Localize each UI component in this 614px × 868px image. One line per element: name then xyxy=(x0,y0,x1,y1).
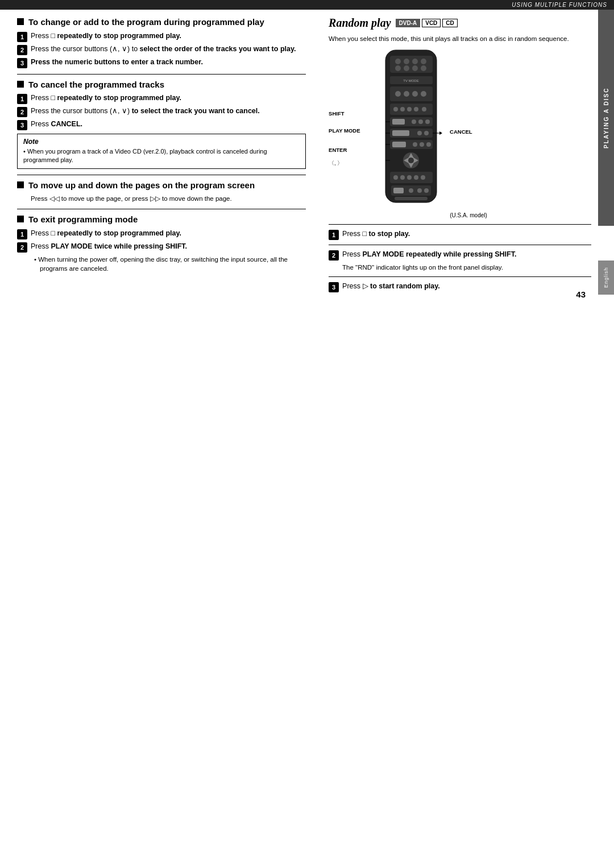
svg-point-53 xyxy=(414,175,418,180)
svg-point-52 xyxy=(407,175,412,180)
divider-2 xyxy=(17,175,306,175)
svg-point-54 xyxy=(421,175,425,180)
left-column: To change or add to the program during p… xyxy=(17,16,306,295)
r-step2-text: Press PLAY MODE repeatedly while pressin… xyxy=(342,250,591,260)
remote-svg: TV MODE xyxy=(374,49,448,208)
section1-step2: 2 Press the cursor buttons (∧, ∨) to sel… xyxy=(17,44,306,55)
remote-illustration-area: SHIFT PLAY MODE ENTER 〈, 〉 xyxy=(329,49,591,210)
section4-title: To exit programming mode xyxy=(28,214,138,225)
svg-point-27 xyxy=(425,119,430,124)
badge-vcd: VCD xyxy=(422,19,441,27)
section3-title: To move up and down the pages on the pro… xyxy=(28,180,255,191)
english-tab: English xyxy=(598,261,614,295)
svg-point-50 xyxy=(393,175,398,180)
svg-rect-56 xyxy=(393,188,404,193)
svg-point-7 xyxy=(404,65,409,71)
divider-1 xyxy=(17,74,306,75)
step1-text: Press □ repeatedly to stop programmed pl… xyxy=(31,31,306,42)
r-step-num-1: 1 xyxy=(329,230,339,240)
svg-point-20 xyxy=(407,107,412,111)
svg-point-13 xyxy=(395,91,401,97)
section1-header: To change or add to the program during p… xyxy=(17,16,306,28)
right-column: Random play DVD-A VCD CD When you select… xyxy=(317,16,591,295)
step3-text: Press the numeric buttons to enter a tra… xyxy=(31,57,306,68)
svg-point-38 xyxy=(413,142,417,147)
page-content: PLAYING A DISC English To change or add … xyxy=(0,10,614,306)
section2-bullet xyxy=(17,81,24,88)
svg-point-3 xyxy=(404,59,409,64)
svg-point-39 xyxy=(420,142,424,147)
page-number: 43 xyxy=(576,290,586,299)
step2-text: Press the cursor buttons (∧, ∨) to selec… xyxy=(31,44,306,55)
remote-side-labels: SHIFT PLAY MODE ENTER 〈, 〉 xyxy=(329,49,374,197)
random-step3: 3 Press ▷ to start random play. xyxy=(329,282,591,292)
section2-step2: 2 Press the cursor buttons (∧, ∨) to sel… xyxy=(17,106,306,117)
s4-step-num-1: 1 xyxy=(17,229,27,239)
section1-bullet xyxy=(17,18,24,25)
svg-point-51 xyxy=(400,175,405,180)
section-exit: To exit programming mode 1 Press □ repea… xyxy=(17,214,306,273)
svg-point-25 xyxy=(412,119,416,124)
s2-step2-text: Press the cursor buttons (∧, ∨) to selec… xyxy=(31,106,306,117)
svg-rect-24 xyxy=(392,119,405,125)
svg-point-40 xyxy=(426,142,431,147)
svg-point-16 xyxy=(421,91,426,97)
right-divider-3 xyxy=(329,276,591,277)
random-step1: 1 Press □ to stop play. xyxy=(329,229,591,240)
r-step-num-2: 2 xyxy=(329,250,339,261)
random-play-heading: Random play xyxy=(329,16,391,30)
svg-point-32 xyxy=(424,131,429,135)
s2-step3-text: Press CANCEL. xyxy=(31,119,306,130)
note-box: Note • When you program a track of a Vid… xyxy=(17,134,306,169)
step-num-2: 2 xyxy=(17,45,27,55)
section-change-add: To change or add to the program during p… xyxy=(17,16,306,68)
r-step2-sub: The "RND" indicator lights up on the fro… xyxy=(342,263,591,272)
section4-step2: 2 Press PLAY MODE twice while pressing S… xyxy=(17,242,306,253)
section2-step3: 3 Press CANCEL. xyxy=(17,119,306,130)
section1-step1: 1 Press □ repeatedly to stop programmed … xyxy=(17,31,306,42)
step-num-1: 1 xyxy=(17,32,27,42)
svg-rect-60 xyxy=(395,197,428,200)
svg-rect-30 xyxy=(392,130,409,136)
badge-dvd-a: DVD-A xyxy=(396,19,421,27)
section-cancel: To cancel the programmed tracks 1 Press … xyxy=(17,79,306,169)
svg-point-2 xyxy=(395,59,401,64)
s2-step-num-2: 2 xyxy=(17,107,27,117)
svg-point-59 xyxy=(424,188,429,193)
badge-cd: CD xyxy=(442,19,457,27)
step-num-3: 3 xyxy=(17,58,27,68)
top-bar: USING MULTIPLE FUNCTIONS xyxy=(0,0,614,10)
svg-point-14 xyxy=(404,91,409,97)
svg-point-8 xyxy=(412,65,418,71)
section2-header: To cancel the programmed tracks xyxy=(17,79,306,90)
svg-text:TV MODE: TV MODE xyxy=(403,79,418,82)
section3-bullet xyxy=(17,181,24,188)
svg-point-22 xyxy=(422,107,426,111)
s4-step-num-2: 2 xyxy=(17,242,27,253)
svg-point-58 xyxy=(417,188,422,193)
right-tab: PLAYING A DISC xyxy=(598,10,614,226)
cancel-right-label: CANCEL xyxy=(450,129,472,135)
remote-svg-container: TV MODE xyxy=(374,49,448,210)
remote-caption: (U.S.A. model) xyxy=(346,212,591,218)
svg-point-5 xyxy=(421,59,426,64)
format-badges: DVD-A VCD CD xyxy=(396,19,458,27)
svg-point-4 xyxy=(412,59,418,64)
top-bar-text: USING MULTIPLE FUNCTIONS xyxy=(512,2,607,8)
section2-title: To cancel the programmed tracks xyxy=(28,79,164,90)
svg-point-31 xyxy=(417,131,422,135)
section4-step1: 1 Press □ repeatedly to stop programmed … xyxy=(17,229,306,239)
section4-bullet-text: • When turning the power off, opening th… xyxy=(34,255,306,273)
s2-step1-text: Press □ repeatedly to stop programmed pl… xyxy=(31,93,306,104)
s4-step1-text: Press □ repeatedly to stop programmed pl… xyxy=(31,229,306,239)
section3-body: Press ◁◁ to move up the page, or press ▷… xyxy=(31,194,306,203)
svg-point-9 xyxy=(421,65,426,71)
playmode-label: PLAY MODE xyxy=(329,127,360,134)
section3-header: To move up and down the pages on the pro… xyxy=(17,180,306,191)
section-move-pages: To move up and down the pages on the pro… xyxy=(17,180,306,204)
shift-label: SHIFT xyxy=(329,110,344,117)
svg-point-15 xyxy=(412,91,418,97)
random-step2: 2 Press PLAY MODE repeatedly while press… xyxy=(329,250,591,261)
random-play-intro: When you select this mode, this unit pla… xyxy=(329,34,591,43)
svg-marker-35 xyxy=(439,131,442,135)
